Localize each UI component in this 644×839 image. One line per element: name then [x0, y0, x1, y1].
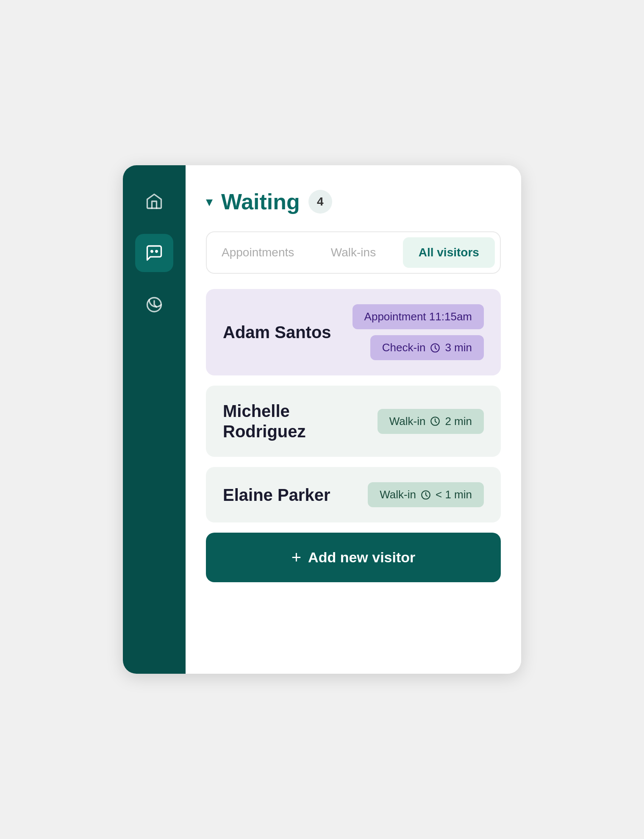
- visitor-card-elaine[interactable]: Elaine Parker Walk-in < 1 min: [206, 467, 501, 522]
- walkin-time-elaine: < 1 min: [436, 488, 472, 501]
- svg-point-0: [151, 251, 153, 253]
- checkin-label: Check-in: [382, 341, 426, 354]
- walkin-badge-elaine: Walk-in < 1 min: [368, 482, 484, 507]
- main-content: ▾ Waiting 4 Appointments Walk-ins All vi…: [186, 165, 521, 674]
- tabs-container: Appointments Walk-ins All visitors: [206, 231, 501, 274]
- visitor-badges-elaine: Walk-in < 1 min: [368, 482, 484, 507]
- waiting-header: ▾ Waiting 4: [206, 189, 501, 214]
- tab-all-visitors[interactable]: All visitors: [403, 237, 495, 268]
- visitor-name-michelle: Michelle Rodriguez: [223, 401, 358, 442]
- sidebar-item-chat[interactable]: [135, 234, 173, 272]
- add-visitor-label: Add new visitor: [308, 549, 415, 566]
- plus-icon: +: [291, 548, 301, 567]
- visitor-card-michelle[interactable]: Michelle Rodriguez Walk-in 2 min: [206, 386, 501, 457]
- walkin-badge-michelle: Walk-in 2 min: [378, 409, 484, 434]
- walkin-time-michelle: 2 min: [445, 415, 472, 428]
- chat-icon: [145, 244, 164, 262]
- chevron-down-icon[interactable]: ▾: [206, 194, 213, 210]
- walkin-label-michelle: Walk-in: [389, 415, 426, 428]
- reports-icon: [145, 295, 164, 314]
- sidebar-item-home[interactable]: [135, 182, 173, 220]
- home-icon: [145, 192, 164, 211]
- checkin-time-badge: Check-in 3 min: [370, 335, 484, 360]
- add-visitor-button[interactable]: + Add new visitor: [206, 533, 501, 582]
- clock-icon: [430, 342, 441, 353]
- visitor-name-adam: Adam Santos: [223, 322, 331, 342]
- sidebar: [123, 165, 186, 674]
- app-container: ▾ Waiting 4 Appointments Walk-ins All vi…: [123, 165, 521, 674]
- sidebar-item-reports[interactable]: [135, 286, 173, 324]
- checkin-time: 3 min: [445, 341, 472, 354]
- visitor-badges-michelle: Walk-in 2 min: [378, 409, 484, 434]
- waiting-title: Waiting: [221, 189, 300, 214]
- tab-appointments[interactable]: Appointments: [212, 237, 304, 268]
- svg-point-1: [156, 251, 158, 253]
- tab-walk-ins[interactable]: Walk-ins: [307, 237, 399, 268]
- appointment-time-badge: Appointment 11:15am: [353, 304, 484, 329]
- walkin-label-elaine: Walk-in: [380, 488, 416, 501]
- waiting-count-badge: 4: [308, 190, 332, 214]
- clock-icon-michelle: [430, 416, 441, 427]
- visitor-badges-adam: Appointment 11:15am Check-in 3 min: [353, 304, 484, 360]
- visitor-card-adam[interactable]: Adam Santos Appointment 11:15am Check-in…: [206, 289, 501, 375]
- clock-icon-elaine: [420, 489, 431, 500]
- visitor-name-elaine: Elaine Parker: [223, 485, 330, 505]
